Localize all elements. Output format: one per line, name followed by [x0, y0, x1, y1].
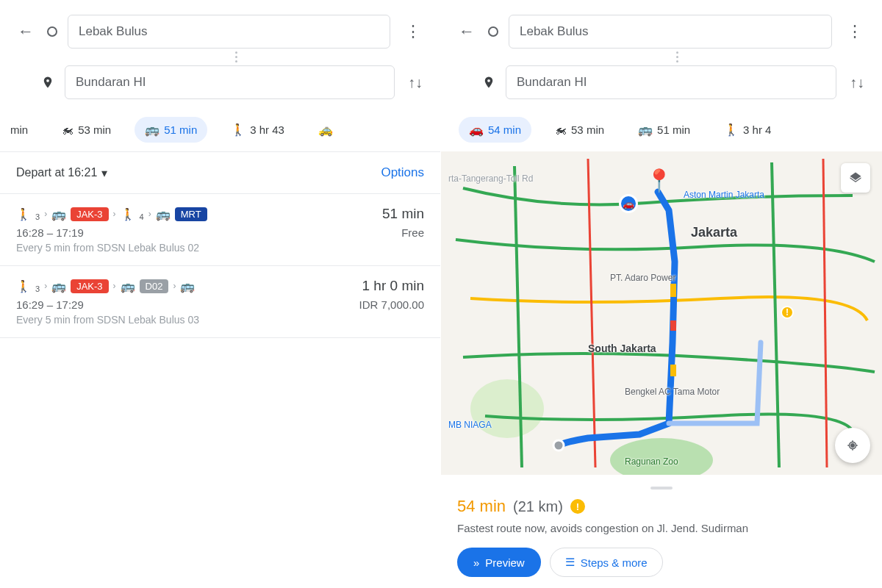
mode-tab-motorcycle[interactable]: 🏍53 min: [545, 118, 614, 143]
traffic-warning-icon: !: [781, 306, 794, 319]
travel-mode-tabs: 🚗54 min 🏍53 min 🚌51 min 🚶3 hr 4: [441, 107, 882, 151]
line-badge: JAK-3: [71, 207, 108, 221]
warning-badge-icon: !: [570, 499, 585, 514]
map-label-niaga: MB NIAGA: [448, 420, 492, 430]
summary-duration: 54 min: [457, 497, 506, 516]
map-label-ragunan: Ragunan Zoo: [625, 456, 678, 467]
chevron-right-icon: ›: [113, 209, 116, 219]
map-label-aston: Aston Martin Jakarta: [684, 190, 764, 200]
route-duration: 51 min: [382, 206, 424, 222]
preview-icon: »: [473, 556, 479, 569]
walk-icon: 🚶: [16, 207, 31, 221]
chevron-right-icon: ›: [113, 281, 116, 291]
motorcycle-icon: 🏍: [555, 123, 567, 137]
bus-icon: 🚌: [156, 207, 171, 221]
mode-tab-partial[interactable]: min: [10, 118, 38, 142]
car-icon: 🚗: [469, 123, 484, 137]
destination-input[interactable]: [65, 65, 395, 99]
mode-tab-motorcycle[interactable]: 🏍53 min: [51, 118, 121, 143]
motorcycle-icon: 🏍: [62, 123, 74, 137]
map-label-bengkel: Bengkel AC Tama Motor: [625, 387, 720, 397]
route-segments: 🚶3 › 🚌JAK-3 › 🚶4 › 🚌MRT: [16, 207, 207, 221]
menu-dots-icon[interactable]: ⋮: [842, 22, 867, 41]
walk-icon: 🚶: [231, 123, 245, 137]
route-time-range: 16:29 – 17:29: [16, 298, 84, 311]
svg-rect-4: [670, 320, 676, 331]
walk-icon: 🚶: [724, 123, 739, 137]
back-arrow-icon[interactable]: ←: [456, 19, 478, 44]
walk-icon: 🚶: [16, 279, 31, 293]
swap-icon[interactable]: ↑↓: [847, 71, 867, 94]
map-label-toll: rta-Tangerang-Toll Rd: [448, 173, 533, 184]
chevron-right-icon: ›: [173, 281, 176, 291]
chevron-right-icon: ›: [44, 281, 47, 291]
route-summary-card[interactable]: 54 min (21 km) ! Fastest route now, avoi…: [441, 475, 882, 588]
route-car-marker-icon: 🚗: [619, 194, 638, 213]
drag-handle-icon[interactable]: [650, 487, 673, 490]
rideshare-icon: 🚕: [318, 123, 333, 137]
bus-icon: 🚌: [51, 207, 66, 221]
destination-pin-icon: 📍: [645, 168, 673, 193]
transit-routes-list: 🚶3 › 🚌JAK-3 › 🚶4 › 🚌MRT51 min16:28 – 17:…: [0, 194, 440, 338]
back-arrow-icon[interactable]: ←: [15, 19, 37, 44]
route-time-range: 16:28 – 17:19: [16, 226, 84, 239]
svg-point-6: [553, 440, 564, 451]
chevron-down-icon: ▾: [101, 166, 107, 180]
directions-header: ← ⋮ ↑↓: [441, 0, 882, 107]
mode-tab-walk[interactable]: 🚶3 hr 4: [714, 117, 781, 143]
summary-description: Fastest route now, avoids congestion on …: [457, 520, 866, 536]
destination-marker-icon: [482, 76, 495, 90]
line-badge: D02: [140, 279, 169, 293]
route-duration: 1 hr 0 min: [362, 278, 424, 294]
driving-map-pane: ← ⋮ ↑↓ 🚗54 min 🏍53 min 🚌51 min 🚶3 hr 4: [441, 0, 882, 588]
map-label-south-jakarta: South Jakarta: [588, 343, 656, 354]
chevron-right-icon: ›: [44, 209, 47, 219]
mode-tab-transit[interactable]: 🚌51 min: [628, 117, 700, 143]
directions-header: ← ⋮ ↑↓: [0, 0, 440, 107]
bus-icon: 🚌: [180, 279, 195, 293]
transit-route[interactable]: 🚶3 › 🚌JAK-3 › 🚌D02 › 🚌1 hr 0 min16:29 – …: [0, 266, 440, 338]
line-badge: JAK-3: [71, 279, 108, 293]
options-link[interactable]: Options: [381, 165, 424, 180]
route-connector-icon: [485, 49, 867, 65]
route-price: Free: [401, 226, 424, 239]
destination-input[interactable]: [506, 65, 836, 99]
walk-icon: 🚶: [121, 207, 135, 221]
origin-circle-icon: [488, 26, 498, 37]
transit-results-pane: ← ⋮ ↑↓ min 🏍53 min 🚌51 min 🚶3 hr 43 🚕 De…: [0, 0, 441, 588]
line-badge: MRT: [175, 207, 207, 221]
route-price: IDR 7,000.00: [359, 298, 424, 311]
origin-input[interactable]: [509, 15, 832, 49]
summary-distance: (21 km): [513, 498, 563, 515]
map-layers-button[interactable]: [841, 163, 870, 193]
svg-rect-5: [670, 365, 676, 376]
menu-dots-icon[interactable]: ⋮: [401, 22, 426, 41]
svg-rect-3: [670, 284, 676, 297]
list-icon: ☰: [565, 556, 575, 569]
bus-icon: 🚌: [145, 123, 159, 137]
bus-icon: 🚌: [638, 123, 653, 137]
map-canvas[interactable]: 📍 🚗 Jakarta South Jakarta Aston Martin J…: [441, 151, 882, 475]
origin-input[interactable]: [68, 15, 390, 49]
map-label-adaro: PT. Adaro Power: [610, 273, 675, 283]
depart-time-selector[interactable]: Depart at 16:21▾: [16, 166, 107, 180]
depart-options-bar: Depart at 16:21▾ Options: [0, 151, 440, 194]
steps-button[interactable]: ☰Steps & more: [550, 548, 663, 577]
preview-button[interactable]: »Preview: [457, 548, 541, 577]
my-location-button[interactable]: [835, 428, 870, 463]
map-label-jakarta: Jakarta: [691, 225, 737, 240]
route-frequency: Every 5 min from SDSN Lebak Bulus 02: [16, 242, 424, 254]
transit-route[interactable]: 🚶3 › 🚌JAK-3 › 🚶4 › 🚌MRT51 min16:28 – 17:…: [0, 194, 440, 266]
route-segments: 🚶3 › 🚌JAK-3 › 🚌D02 › 🚌: [16, 279, 195, 293]
route-connector-icon: [44, 49, 426, 65]
mode-tab-transit[interactable]: 🚌51 min: [135, 117, 207, 143]
destination-marker-icon: [41, 76, 54, 90]
travel-mode-tabs: min 🏍53 min 🚌51 min 🚶3 hr 43 🚕: [0, 107, 440, 151]
swap-icon[interactable]: ↑↓: [405, 71, 426, 94]
mode-tab-car[interactable]: 🚗54 min: [459, 117, 531, 143]
mode-tab-walk[interactable]: 🚶3 hr 43: [220, 117, 295, 143]
mode-tab-rideshare[interactable]: 🚕: [308, 117, 343, 143]
bus-icon: 🚌: [51, 279, 66, 293]
chevron-right-icon: ›: [148, 209, 151, 219]
bus-icon: 🚌: [121, 279, 135, 293]
